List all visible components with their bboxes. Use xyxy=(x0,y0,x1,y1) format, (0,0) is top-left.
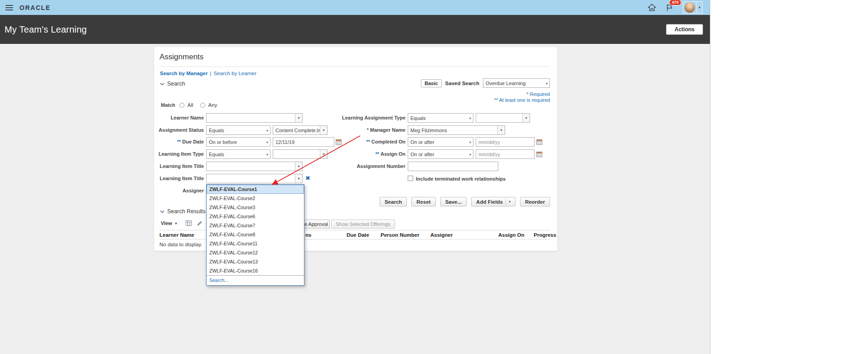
save-button[interactable]: Save... xyxy=(440,197,467,206)
column-header-partial[interactable]: ns xyxy=(305,232,311,238)
dropdown-item[interactable]: ZWLF-EVAL-Course7 xyxy=(207,221,304,230)
results-section-header[interactable]: Search Results xyxy=(160,208,206,215)
add-fields-button[interactable]: Add Fields▾ xyxy=(471,197,516,206)
column-header-learner-name[interactable]: Learner Name xyxy=(159,232,194,238)
dropdown-item[interactable]: ZWLF-EVAL-Course16 xyxy=(207,266,304,275)
chevron-down-icon: ▾ xyxy=(266,140,268,144)
field-label: Assignment Status xyxy=(154,127,204,133)
assign-on-input[interactable]: mm/dd/yy xyxy=(476,149,535,159)
assignment-status-combobox[interactable]: Content Complete;In ▾ xyxy=(273,125,328,135)
field-row: Learning Item Title ▾ ✖ Include terminat… xyxy=(154,174,557,184)
column-header-assigner[interactable]: Assigner xyxy=(430,232,453,238)
field-label: Learning Item Title xyxy=(154,176,204,181)
column-header-assign-on[interactable]: Assign On xyxy=(498,232,525,238)
match-any-radio[interactable] xyxy=(200,103,205,108)
required-note: * Required xyxy=(494,91,550,97)
column-header-due-date[interactable]: Due Date xyxy=(347,232,369,238)
oracle-logo: ORACLE xyxy=(19,4,51,11)
dropdown-arrow-icon[interactable]: ▾ xyxy=(295,174,302,183)
dropdown-item[interactable]: ZWLF-EVAL-Course1 xyxy=(207,185,304,194)
user-menu[interactable]: ▾ xyxy=(683,1,703,14)
learning-item-type-operator-select[interactable]: Equals ▾ xyxy=(206,149,270,159)
notifications-icon[interactable]: 470 xyxy=(666,4,673,11)
due-date-operator-select[interactable]: On or before ▾ xyxy=(206,137,270,147)
reorder-button[interactable]: Reorder xyxy=(520,197,550,206)
learning-item-title-combobox-1[interactable]: ▾ xyxy=(206,162,303,171)
page-title: My Team's Learning xyxy=(5,24,87,35)
dropdown-arrow-icon[interactable]: ▾ xyxy=(295,114,302,122)
dropdown-item[interactable]: ZWLF-EVAL-Course11 xyxy=(207,239,304,248)
column-header-person-number[interactable]: Person Number xyxy=(381,232,420,238)
field-label: Assignment Number xyxy=(326,163,405,169)
lov-dropdown-list: ZWLF-EVAL-Course1ZWLF-EVAL-Course2ZWLF-E… xyxy=(207,185,304,275)
notification-badge: 470 xyxy=(669,0,681,5)
pencil-icon[interactable] xyxy=(197,220,203,226)
search-mode-links: Search by Manager|Search by Learner xyxy=(160,71,256,76)
dropdown-arrow-icon[interactable]: ▾ xyxy=(522,114,530,122)
view-menu[interactable]: View▼ xyxy=(161,220,178,226)
global-header: ORACLE 470 ▾ xyxy=(0,0,710,15)
learner-name-combobox[interactable]: ▾ xyxy=(206,113,303,123)
approval-button-partial[interactable]: e Approval xyxy=(304,220,330,229)
chevron-down-icon[interactable]: ▾ xyxy=(696,2,702,13)
assignment-status-operator-select[interactable]: Equals ▾ xyxy=(206,125,270,135)
field-label: **Completed On xyxy=(326,139,405,144)
learning-item-type-combobox[interactable]: ▾ xyxy=(273,149,328,159)
field-label: *Manager Name xyxy=(326,127,405,133)
assignment-number-input[interactable] xyxy=(408,162,498,171)
collapse-chevron-icon[interactable] xyxy=(160,81,164,87)
completed-on-input[interactable]: mm/dd/yy xyxy=(476,137,535,147)
field-row: Learning Item Title ▾ Assignment Number xyxy=(154,162,557,172)
show-selected-offerings-button[interactable]: Show Selected Offerings xyxy=(331,220,395,229)
dropdown-item[interactable]: ZWLF-EVAL-Course13 xyxy=(207,257,304,266)
home-icon[interactable] xyxy=(648,4,656,11)
table-icon[interactable] xyxy=(186,220,192,226)
dropdown-item[interactable]: ZWLF-EVAL-Course2 xyxy=(207,194,304,203)
field-label: Learning Item Type xyxy=(154,151,204,157)
dropdown-item[interactable]: ZWLF-EVAL-Course8 xyxy=(207,230,304,239)
field-label: Learner Name xyxy=(154,115,204,120)
learning-assignment-type-combobox[interactable]: ▾ xyxy=(476,113,530,123)
collapse-chevron-icon[interactable] xyxy=(160,208,164,215)
due-date-input[interactable]: 12/11/19 xyxy=(273,137,334,147)
search-by-learner-link[interactable]: Search by Learner xyxy=(213,71,256,76)
calendar-icon[interactable] xyxy=(536,151,542,157)
calendar-icon[interactable] xyxy=(536,139,542,145)
reset-button[interactable]: Reset xyxy=(411,197,435,206)
search-by-manager-link[interactable]: Search by Manager xyxy=(160,71,207,76)
field-label: **Assign On xyxy=(326,151,405,157)
dropdown-item[interactable]: ZWLF-EVAL-Course6 xyxy=(207,212,304,221)
dropdown-item[interactable]: ZWLF-EVAL-Course3 xyxy=(207,203,304,212)
assign-on-operator-select[interactable]: On or after ▾ xyxy=(408,149,473,159)
chevron-down-icon: ▾ xyxy=(509,200,511,204)
required-notes: * Required ** At least one is required xyxy=(494,91,550,103)
field-label: **Due Date xyxy=(154,139,204,144)
completed-on-operator-select[interactable]: On or after ▾ xyxy=(408,137,473,147)
chevron-down-icon: ▾ xyxy=(469,116,471,120)
dropdown-arrow-icon[interactable]: ▾ xyxy=(295,162,302,171)
search-button[interactable]: Search xyxy=(380,197,407,206)
field-label: Learning Item Title xyxy=(154,163,204,169)
column-header-progress[interactable]: Progress xyxy=(534,232,556,238)
saved-search-select[interactable]: Overdue Learning ▾ xyxy=(483,78,550,88)
include-terminated-checkbox[interactable] xyxy=(408,176,413,181)
field-label: Assigner xyxy=(154,188,204,193)
learning-assignment-type-operator-select[interactable]: Equals ▾ xyxy=(408,113,473,123)
actions-button[interactable]: Actions xyxy=(666,24,703,35)
dropdown-item[interactable]: ZWLF-EVAL-Course12 xyxy=(207,248,304,257)
search-section-header[interactable]: Search xyxy=(160,81,185,87)
basic-button[interactable]: Basic xyxy=(421,79,441,87)
manager-name-combobox[interactable]: Meg Fitzimmons ▾ xyxy=(408,125,505,135)
search-actions: Search Reset Save... Add Fields▾ Reorder xyxy=(380,197,550,206)
field-row: Learner Name ▾ Learning Assignment Type … xyxy=(154,113,557,123)
lov-search-link[interactable]: Search... xyxy=(207,275,304,285)
avatar[interactable] xyxy=(685,2,695,13)
dropdown-arrow-icon[interactable]: ▾ xyxy=(497,126,505,134)
clear-filter-icon[interactable]: ✖ xyxy=(305,175,310,182)
match-all-radio[interactable] xyxy=(179,103,184,108)
chevron-down-icon: ▾ xyxy=(546,81,548,86)
learning-item-title-combobox-2[interactable]: ▾ xyxy=(206,174,303,183)
menu-icon[interactable] xyxy=(5,5,13,10)
field-label: Learning Assignment Type xyxy=(326,115,405,120)
chevron-down-icon: ▾ xyxy=(266,129,268,133)
